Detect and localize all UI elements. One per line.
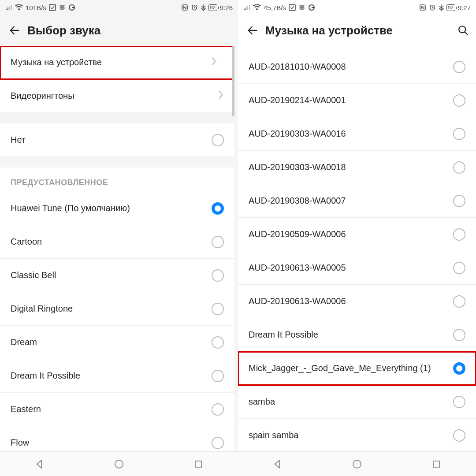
nav-back-button[interactable] [33,457,46,471]
track-row[interactable]: AUD-20181010-WA0008 [238,50,476,84]
preset-row[interactable]: Digital Ringtone [0,292,234,326]
row-label: AUD-20181010-WA0008 [249,62,453,72]
radio-unselected[interactable] [453,228,465,241]
preset-row[interactable]: Cartoon [0,225,234,259]
app-icon-1 [289,4,296,11]
track-row[interactable]: AUD-20190303-WA0016 [238,117,476,151]
net-speed: 45,7B/s [264,4,286,11]
app-icon-2 [298,4,305,11]
signal-icon [243,4,250,11]
radio-unselected[interactable] [212,437,224,449]
radio-selected[interactable] [453,362,465,375]
chevron-right-icon [211,56,217,68]
back-button[interactable] [245,23,260,38]
preset-row[interactable]: Dream It Possible [0,359,234,393]
radio-unselected[interactable] [212,403,224,416]
row-label: AUD-20190308-WA0007 [249,196,453,206]
back-button[interactable] [7,23,22,38]
radio-unselected[interactable] [453,128,465,140]
wifi-icon [15,4,23,11]
row-label: Видеорингтоны [11,91,218,101]
radio-selected[interactable] [212,202,224,215]
radio-unselected[interactable] [212,269,224,282]
chevron-right-icon [218,90,224,102]
radio-unselected[interactable] [212,303,224,315]
radio-unselected[interactable] [453,295,465,308]
signal-icon [5,4,12,11]
radio-unselected[interactable] [212,236,224,248]
row-none[interactable]: Нет [0,123,234,157]
preset-row[interactable]: Dream [0,326,234,359]
svg-point-4 [115,460,123,468]
row-label: Huawei Tune (По умолчанию) [11,203,212,213]
radio-unselected[interactable] [453,396,465,408]
svg-rect-6 [289,4,295,11]
radio-unselected[interactable] [453,161,465,174]
row-label: Dream [11,337,212,347]
nav-bar [238,451,476,476]
row-label: Digital Ringtone [11,304,212,314]
row-label: Музыка на устройстве [11,57,211,67]
row-label: Flow [11,438,212,448]
row-label: Classic Bell [11,270,212,280]
preset-row[interactable]: Flow [0,426,234,451]
track-row[interactable]: AUD-20190509-WA0006 [238,218,476,251]
radio-unselected[interactable] [453,329,465,341]
nav-home-button[interactable] [350,457,364,471]
row-label: Нет [11,135,212,145]
nfc-icon [419,4,426,11]
clock: 9:26 [220,4,233,11]
nav-recent-button[interactable] [430,457,443,471]
preset-row[interactable]: Huawei Tune (По умолчанию) [0,192,234,225]
clock: 9:27 [458,4,471,11]
radio-unselected[interactable] [212,134,224,146]
status-bar: 101B/s 92 9:26 [0,0,238,15]
section-header-presets: ПРЕДУСТАНОВЛЕННОЕ [0,167,234,192]
scrollbar[interactable] [232,46,234,451]
app-icon-1 [49,4,56,11]
row-label: spain samba [249,430,453,440]
content-area: AUD-20181010-WA0008AUD-20190214-WA0001AU… [238,46,476,451]
preset-row[interactable]: Classic Bell [0,259,234,292]
track-row[interactable]: Mick_Jagger_-_God_Gave_Me_Everything (1) [238,352,476,385]
bluetooth-icon [201,4,206,11]
section-gap [0,113,234,123]
radio-unselected[interactable] [453,61,465,73]
radio-unselected[interactable] [453,429,465,442]
row-label: Dream It Possible [11,371,212,381]
track-row[interactable]: AUD-20190214-WA0001 [238,84,476,117]
track-row[interactable]: AUD-20190613-WA0006 [238,285,476,318]
radio-unselected[interactable] [453,94,465,107]
alarm-icon [191,4,198,11]
row-label: AUD-20190214-WA0001 [249,95,453,105]
google-icon [68,4,75,11]
preset-row[interactable]: Eastern [0,393,234,426]
nav-back-button[interactable] [271,457,284,471]
bluetooth-icon [439,4,444,11]
nav-recent-button[interactable] [192,457,205,471]
track-row[interactable]: AUD-20190613-WA0005 [238,251,476,285]
radio-unselected[interactable] [453,195,465,207]
content-area: Музыка на устройстве Видеорингтоны Нет П… [0,46,238,451]
row-music-on-device[interactable]: Музыка на устройстве [0,46,234,79]
wifi-icon [253,4,261,11]
track-row[interactable]: samba [238,385,476,419]
row-video-ringtones[interactable]: Видеорингтоны [0,79,234,113]
radio-unselected[interactable] [212,336,224,349]
battery-icon: 92 [446,4,455,11]
track-row[interactable]: AUD-20190308-WA0007 [238,184,476,218]
radio-unselected[interactable] [453,262,465,274]
nav-home-button[interactable] [112,457,126,471]
radio-unselected[interactable] [212,370,224,382]
google-icon [308,4,315,11]
track-row[interactable]: Dream It Possible [238,318,476,352]
track-row[interactable]: AUD-20190303-WA0018 [238,151,476,184]
row-label: AUD-20190303-WA0016 [249,129,453,139]
search-button[interactable] [456,23,471,38]
row-label: AUD-20190509-WA0006 [249,229,453,239]
row-label: AUD-20190303-WA0018 [249,162,453,172]
scrollbar-thumb[interactable] [232,46,234,116]
svg-rect-0 [49,4,56,11]
track-row[interactable]: spain samba [238,419,476,451]
svg-rect-5 [195,461,201,467]
